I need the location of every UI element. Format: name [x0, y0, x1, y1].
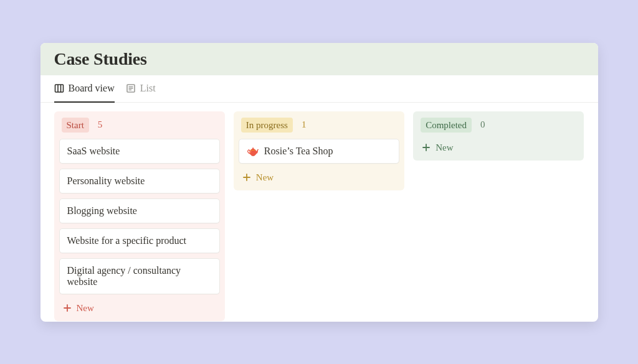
- column-header: Start 5: [59, 118, 220, 134]
- column-header: In progress 1: [239, 118, 399, 134]
- plus-icon: [63, 304, 72, 312]
- card-title: Personality website: [67, 175, 145, 187]
- card[interactable]: Website for a specific product: [59, 228, 220, 253]
- card[interactable]: 🫖 Rosie’s Tea Shop: [239, 139, 399, 164]
- column-tag[interactable]: Start: [62, 118, 89, 133]
- kanban-board: Start 5 SaaS website Personality website…: [40, 103, 598, 322]
- app-window: Case Studies Board view L: [40, 43, 598, 322]
- column-count: 5: [98, 119, 103, 130]
- card[interactable]: Digital agency / consultancy website: [59, 258, 220, 294]
- column-tag[interactable]: In progress: [241, 118, 293, 133]
- teapot-icon: 🫖: [247, 146, 259, 156]
- tab-label: List: [140, 83, 156, 94]
- tab-list-view[interactable]: List: [126, 75, 156, 102]
- card[interactable]: Personality website: [59, 169, 220, 194]
- column-start: Start 5 SaaS website Personality website…: [54, 111, 225, 321]
- column-completed: Completed 0 New: [413, 111, 584, 161]
- page-title: Case Studies: [54, 49, 584, 69]
- plus-icon: [242, 173, 251, 182]
- card[interactable]: SaaS website: [59, 139, 220, 164]
- column-count: 0: [480, 119, 485, 130]
- column-count: 1: [302, 119, 307, 130]
- new-label: New: [436, 142, 453, 153]
- list-icon: [126, 83, 136, 93]
- new-card-button[interactable]: New: [418, 139, 457, 154]
- title-bar: Case Studies: [40, 43, 598, 75]
- column-tag[interactable]: Completed: [421, 118, 472, 133]
- card-title: Website for a specific product: [67, 235, 187, 246]
- card-title: Digital agency / consultancy website: [67, 265, 212, 287]
- card-title: Rosie’s Tea Shop: [264, 146, 333, 157]
- column-in-progress: In progress 1 🫖 Rosie’s Tea Shop New: [234, 111, 404, 190]
- board-icon: [54, 83, 64, 93]
- tab-label: Board view: [69, 83, 115, 94]
- new-card-button[interactable]: New: [239, 169, 277, 184]
- new-label: New: [256, 172, 274, 183]
- new-label: New: [77, 303, 94, 314]
- card[interactable]: Blogging website: [59, 198, 220, 223]
- plus-icon: [422, 143, 431, 152]
- new-card-button[interactable]: New: [59, 299, 98, 315]
- column-header: Completed 0: [418, 118, 579, 134]
- card-title: SaaS website: [67, 146, 120, 157]
- card-title: Blogging website: [67, 205, 137, 217]
- tab-board-view[interactable]: Board view: [54, 75, 115, 102]
- view-tabs: Board view List: [40, 75, 598, 103]
- svg-rect-0: [55, 85, 63, 92]
